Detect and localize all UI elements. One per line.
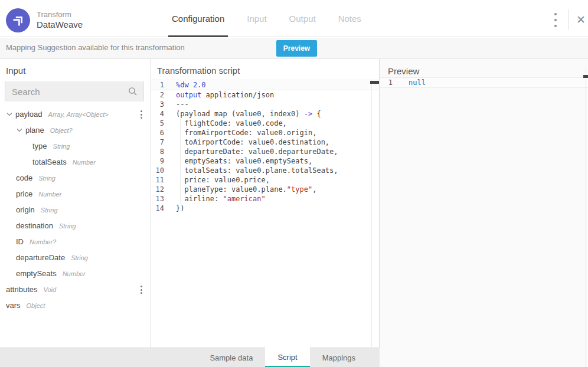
header-divider	[568, 9, 569, 30]
code-text: planeType: value0.plane."type",	[176, 185, 316, 194]
tree-item-origin[interactable]: originString	[0, 202, 151, 218]
code-text: output application/json	[176, 90, 274, 100]
line-number: 14	[151, 204, 164, 213]
kebab-menu-icon[interactable]	[138, 286, 145, 294]
preview-line-1: 1null	[380, 77, 588, 88]
search-box	[5, 81, 143, 101]
bottom-tab-script[interactable]: Script	[265, 346, 309, 367]
field-type: Number	[73, 159, 96, 166]
search-input[interactable]	[5, 81, 143, 101]
transform-label: Transform	[37, 10, 83, 19]
field-type: Object?	[50, 127, 73, 134]
tree-item-departureDate[interactable]: departureDateString	[0, 250, 151, 266]
field-name: vars	[6, 301, 21, 310]
tree-item-emptySeats[interactable]: emptySeatsNumber	[0, 266, 151, 281]
tree-item-attributes[interactable]: attributesVoid	[0, 281, 151, 297]
field-name: type	[32, 142, 47, 150]
code-line-4: 4(payload map (value0, index0) -> {	[151, 109, 379, 119]
field-name: code	[16, 173, 32, 182]
line-number: 7	[151, 137, 164, 147]
code-text: %dw 2.0	[176, 80, 206, 90]
chevron-down-icon[interactable]	[15, 128, 24, 132]
code-text: emptySeats: value0.emptySeats,	[176, 156, 312, 166]
script-panel-title: Transformation script	[157, 65, 240, 76]
tab-output[interactable]: Output	[286, 0, 319, 37]
line-number: 5	[151, 119, 164, 128]
tree-item-plane[interactable]: planeObject?	[0, 122, 151, 138]
field-name: plane	[25, 126, 44, 135]
bottom-tab-sample-data[interactable]: Sample data	[197, 348, 265, 367]
bottom-tab-bar: Sample dataScriptMappings	[0, 348, 380, 367]
kebab-menu-icon[interactable]	[138, 110, 145, 119]
code-line-2: 2output application/json	[151, 90, 379, 100]
header: Transform DataWeave ConfigurationInputOu…	[0, 0, 588, 37]
tab-input[interactable]: Input	[243, 0, 270, 37]
input-panel-title: Input	[6, 65, 25, 76]
field-type: String	[71, 254, 88, 261]
code-editor[interactable]: 1%dw 2.02output application/json3---4(pa…	[151, 80, 379, 347]
tree-item-payload[interactable]: payloadArray, Array<Object>	[0, 106, 151, 122]
line-number: 1	[151, 80, 164, 90]
code-line-6: 6 fromAirportCode: value0.origin,	[151, 128, 379, 137]
input-tree: payloadArray, Array<Object>planeObject?t…	[0, 106, 151, 313]
tree-item-price[interactable]: priceNumber	[0, 186, 151, 202]
tree-item-vars[interactable]: varsObject	[0, 297, 151, 313]
banner-message: Mapping Suggestion available for this tr…	[6, 43, 185, 52]
tree-item-destination[interactable]: destinationString	[0, 218, 151, 234]
search-icon	[128, 87, 138, 99]
code-line-3: 3---	[151, 100, 379, 109]
code-text: totalSeats: value0.plane.totalSeats,	[176, 166, 338, 175]
code-text: fromAirportCode: value0.origin,	[176, 128, 316, 137]
tree-item-ID[interactable]: IDNumber?	[0, 234, 151, 250]
tab-configuration[interactable]: Configuration	[168, 0, 228, 37]
bottom-tab-mappings[interactable]: Mappings	[310, 348, 368, 367]
line-number: 2	[151, 90, 164, 100]
preview-value: null	[409, 78, 426, 88]
tree-item-code[interactable]: codeString	[0, 170, 151, 186]
editor-scrollbar-track	[371, 80, 372, 347]
field-type: String	[53, 143, 70, 150]
code-line-7: 7 toAirportCode: value0.destination,	[151, 137, 379, 147]
code-line-9: 9 emptySeats: value0.emptySeats,	[151, 156, 379, 166]
chevron-down-icon[interactable]	[5, 112, 14, 116]
code-text: price: value0.price,	[176, 175, 270, 185]
tree-item-type[interactable]: typeString	[0, 138, 151, 154]
field-name: totalSeats	[32, 158, 67, 166]
bottom-bar-spacer	[368, 348, 380, 367]
close-icon[interactable]: ✕	[576, 14, 586, 25]
preview-button[interactable]: Preview	[276, 40, 317, 57]
code-line-11: 11 price: value0.price,	[151, 175, 379, 185]
code-text: departureDate: value0.departureDate,	[176, 147, 338, 156]
code-text: })	[176, 204, 184, 213]
field-name: emptySeats	[16, 269, 57, 278]
line-number: 1	[384, 78, 393, 88]
tab-notes[interactable]: Notes	[335, 0, 365, 37]
line-number: 8	[151, 147, 164, 156]
preview-scrollbar-thumb[interactable]	[583, 75, 588, 78]
preview-panel-title: Preview	[388, 66, 419, 76]
line-number: 3	[151, 100, 164, 109]
code-line-13: 13 airline: "american"	[151, 194, 379, 204]
editor-scrollbar-thumb[interactable]	[370, 81, 379, 84]
kebab-menu-icon[interactable]	[551, 12, 560, 28]
field-name: origin	[16, 205, 35, 214]
field-name: ID	[16, 237, 24, 246]
code-text: airline: "american"	[176, 194, 266, 204]
code-line-12: 12 planeType: value0.plane."type",	[151, 185, 379, 194]
code-text: (payload map (value0, index0) -> {	[176, 109, 321, 119]
field-name: price	[16, 189, 32, 198]
field-type: Array, Array<Object>	[48, 111, 109, 118]
field-name: departureDate	[16, 253, 65, 262]
field-name: attributes	[6, 285, 37, 294]
field-name: destination	[16, 221, 53, 230]
script-panel: Transformation script 1%dw 2.02output ap…	[151, 59, 380, 348]
tree-item-totalSeats[interactable]: totalSeatsNumber	[0, 154, 151, 170]
line-number: 4	[151, 109, 164, 119]
title-block: Transform DataWeave	[37, 10, 83, 31]
code-line-14: 14})	[151, 204, 379, 213]
field-type: Object	[27, 302, 45, 309]
preview-panel: Preview 1null	[380, 59, 588, 367]
field-type: String	[59, 222, 76, 230]
line-number: 9	[151, 156, 164, 166]
line-number: 6	[151, 128, 164, 137]
